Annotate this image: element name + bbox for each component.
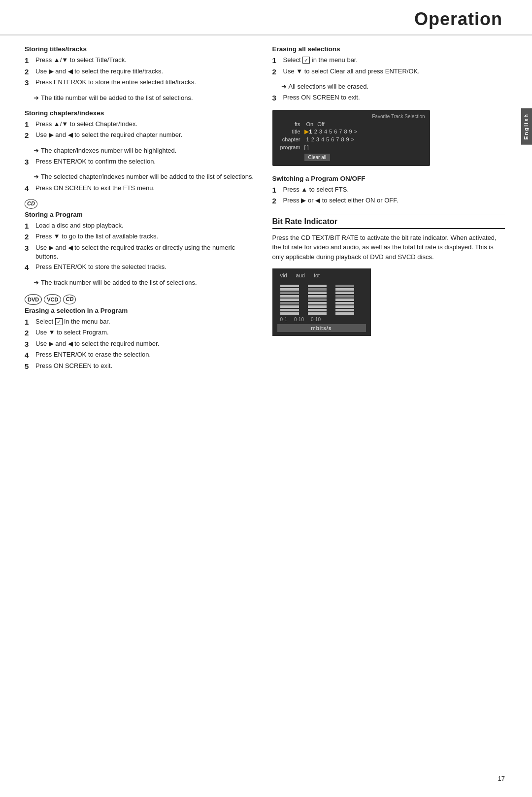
list-item: 1 Press ▲/▼ to select Chapter/Index. xyxy=(25,120,258,130)
page-number: 17 xyxy=(498,775,505,782)
bit-rate-bottom-labels: 0-1 0-10 0-10 xyxy=(277,317,366,322)
storing-program-heading: Storing a Program xyxy=(25,211,258,218)
arrow-note-1: ➜ The chapter/indexes number will be hig… xyxy=(33,146,258,155)
mbits-label: mbits/s xyxy=(277,324,366,332)
fts-title-row: title ▶ 1 2 3 4 5 6 7 8 9 > xyxy=(277,129,425,135)
fts-program-row: program [ ] xyxy=(277,144,425,150)
vcd-badge: VCD xyxy=(44,294,61,305)
aud-bars xyxy=(308,285,327,315)
page-title: Operation xyxy=(414,9,502,29)
list-item: 4 Press ON SCREEN to exit the FTS menu. xyxy=(25,184,258,194)
storing-titles-list: 1 Press ▲/▼ to select Title/Track. 2 Use… xyxy=(25,56,258,88)
arrow-note-2: ➜ The selected chapter/indexes number wi… xyxy=(33,172,258,181)
cd-badge-section: CD xyxy=(25,199,258,209)
storing-chapters-list: 1 Press ▲/▼ to select Chapter/Index. 2 U… xyxy=(25,120,258,140)
list-item: 2 Use ▼ to select Program. xyxy=(25,328,258,338)
storing-chapters-list-3: 4 Press ON SCREEN to exit the FTS menu. xyxy=(25,184,258,194)
erasing-selection-list: 1 Select ✓ in the menu bar. 2 Use ▼ to s… xyxy=(25,317,258,371)
fts-box: Favorite Track Selection fts On Off titl… xyxy=(272,110,430,166)
erasing-all-heading: Erasing all selections xyxy=(272,45,505,53)
fts-chapter-row: chapter 1 2 3 4 5 6 7 8 9 > xyxy=(277,136,425,142)
tot-bars xyxy=(335,285,354,315)
fts-chapter-label: chapter xyxy=(277,136,304,142)
bit-rate-heading: Bit Rate Indicator xyxy=(272,217,505,229)
vid-bars xyxy=(280,285,299,315)
fts-program-label: program xyxy=(277,144,304,150)
arrow-note-erase: ➜ All selections will be erased. xyxy=(281,82,505,91)
arrow-note-program: ➜ The track number will be added to the … xyxy=(33,278,258,287)
bit-rate-bars xyxy=(277,280,366,315)
bit-rate-headers: vid aud tot xyxy=(277,272,366,278)
bit-rate-display: vid aud tot xyxy=(272,268,371,336)
switching-program-list: 1 Press ▲ to select FTS. 2 Press ▶ or ◀ … xyxy=(272,185,505,206)
list-item: 2 Use ▶ and ◀ to select the require titl… xyxy=(25,67,258,77)
list-item: 3 Press ENTER/OK to confirm the selectio… xyxy=(25,157,258,167)
fts-title-label: title xyxy=(277,129,304,134)
list-item: 4 Press ENTER/OK to erase the selection. xyxy=(25,350,258,360)
fts-label: fts xyxy=(277,121,304,127)
cd-badge-2: CD xyxy=(63,295,76,304)
list-item: 2 Use ▼ to select Clear all and press EN… xyxy=(272,67,505,77)
list-item: 5 Press ON SCREEN to exit. xyxy=(25,362,258,371)
list-item: 1 Select ✓ in the menu bar. xyxy=(25,317,258,327)
storing-titles-heading: Storing titles/tracks xyxy=(25,45,258,53)
list-item: 3 Press ENTER/OK to store the entire sel… xyxy=(25,78,258,88)
bit-rate-section: Bit Rate Indicator Press the CD TEXT/BIT… xyxy=(272,214,505,336)
left-column: Storing titles/tracks 1 Press ▲/▼ to sel… xyxy=(25,45,258,377)
cd-badge: CD xyxy=(25,199,37,209)
list-item: 2 Press ▶ or ◀ to select either ON or OF… xyxy=(272,196,505,206)
list-item: 1 Press ▲/▼ to select Title/Track. xyxy=(25,56,258,66)
list-item: 1 Select ✓ in the menu bar. xyxy=(272,56,505,66)
right-column: Erasing all selections 1 Select ✓ in the… xyxy=(272,45,505,377)
bit-rate-text: Press the CD TEXT/BIT RATE to activate t… xyxy=(272,233,505,262)
storing-chapters-section: Storing chapters/indexes 1 Press ▲/▼ to … xyxy=(25,109,258,193)
list-item: 3 Press ON SCREEN to exit. xyxy=(272,93,505,103)
erasing-selection-heading: Erasing a selection in a Program xyxy=(25,307,258,314)
list-item: 2 Press ▼ to go to the list of available… xyxy=(25,232,258,242)
page-header: Operation xyxy=(0,0,532,35)
arrow-note: ➜ The title number will be added to the … xyxy=(33,94,258,102)
storing-chapters-list-2: 3 Press ENTER/OK to confirm the selectio… xyxy=(25,157,258,167)
list-item: 1 Load a disc and stop playback. xyxy=(25,221,258,231)
list-item: 3 Use ▶ and ◀ to select the required num… xyxy=(25,339,258,349)
list-item: 4 Press ENTER/OK to store the selected t… xyxy=(25,263,258,272)
fts-on-off-row: fts On Off xyxy=(277,121,425,127)
multi-disc-badges: DVD VCD CD xyxy=(25,294,258,305)
switching-program-heading: Switching a Program ON/OFF xyxy=(272,175,505,182)
list-item: 1 Press ▲ to select FTS. xyxy=(272,185,505,195)
storing-program-list: 1 Load a disc and stop playback. 2 Press… xyxy=(25,221,258,272)
main-content: Storing titles/tracks 1 Press ▲/▼ to sel… xyxy=(0,35,532,387)
list-item: 2 Use ▶ and ◀ to select the required cha… xyxy=(25,131,258,140)
dvd-badge: DVD xyxy=(25,294,42,305)
list-item: 3 Use ▶ and ◀ to select the required tra… xyxy=(25,243,258,261)
erasing-all-list-2: 3 Press ON SCREEN to exit. xyxy=(272,93,505,103)
storing-chapters-heading: Storing chapters/indexes xyxy=(25,109,258,117)
fts-title: Favorite Track Selection xyxy=(277,114,425,119)
fts-clearall: Clear all xyxy=(304,154,331,161)
erasing-all-list: 1 Select ✓ in the menu bar. 2 Use ▼ to s… xyxy=(272,56,505,76)
language-tab: English xyxy=(521,108,532,145)
